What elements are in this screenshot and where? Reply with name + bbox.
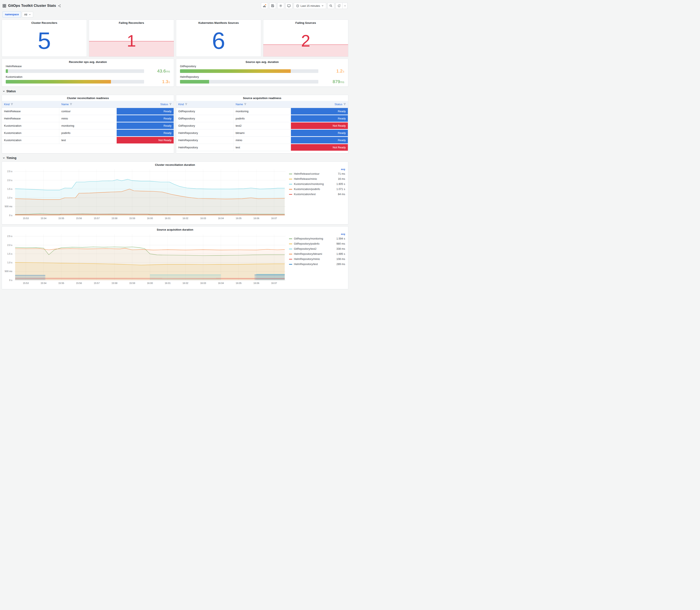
time-range-picker[interactable]: Last 15 minutes	[294, 2, 326, 9]
kind-cell: GitRepository	[176, 108, 233, 115]
svg-text:2.5 s: 2.5 s	[7, 170, 12, 173]
svg-text:15:58: 15:58	[112, 217, 117, 220]
svg-text:1.5 s: 1.5 s	[7, 253, 12, 255]
dashboard-grid-icon[interactable]	[2, 4, 6, 7]
chart-canvas[interactable]: 0 s500 ms1.0 s1.5 s2.0 s2.5 s15:5315:541…	[2, 167, 288, 221]
column-header-status[interactable]: Status	[116, 101, 174, 108]
gauge-row: GitRepository 1.2s	[180, 65, 344, 74]
name-cell: minio	[59, 115, 117, 122]
refresh-interval-dropdown[interactable]	[342, 2, 347, 9]
save-dashboard-button[interactable]	[269, 2, 276, 9]
column-header-kind[interactable]: Kind	[2, 101, 59, 108]
panel-title[interactable]: Source acquisition duration	[2, 227, 348, 232]
chevron-down-icon	[2, 157, 5, 159]
filter-icon[interactable]	[343, 103, 346, 106]
grafana-dashboard: GitOps Toolkit Cluster Stats	[0, 0, 350, 294]
series-color-dash	[289, 259, 292, 259]
svg-text:500 ms: 500 ms	[5, 270, 13, 272]
series-avg-value: 84 ms	[338, 193, 345, 196]
svg-text:16:01: 16:01	[165, 217, 170, 220]
status-badge: Ready	[291, 137, 348, 143]
kind-cell: HelmRepository	[176, 129, 233, 137]
refresh-button[interactable]	[336, 2, 342, 9]
panel-title[interactable]: Cluster reconciliation duration	[2, 162, 348, 167]
chart-canvas[interactable]: 0 s500 ms1.0 s1.5 s2.0 s2.5 s15:5315:541…	[2, 232, 288, 286]
panel-title[interactable]: Failing Sources	[263, 20, 348, 25]
svg-text:16:04: 16:04	[218, 282, 224, 284]
legend-avg-header[interactable]: avg	[289, 232, 345, 236]
name-cell: monitoring	[59, 122, 117, 129]
svg-text:15:53: 15:53	[23, 217, 29, 220]
series-name[interactable]: HelmRelease/contour	[294, 172, 335, 175]
filter-icon[interactable]	[185, 103, 188, 106]
status-cell: Ready	[291, 129, 348, 137]
status-cell: Ready	[291, 108, 348, 115]
chart-legend: avgHelmRelease/contour71 msHelmRelease/m…	[288, 167, 348, 197]
section-timing-toggle[interactable]: Timing	[2, 155, 348, 162]
series-name[interactable]: Kustomization/monitoring	[294, 182, 334, 186]
svg-text:16:03: 16:03	[200, 217, 206, 220]
svg-text:15:53: 15:53	[23, 282, 29, 284]
panel-title[interactable]: Reconciler ops avg. duration	[2, 59, 174, 64]
table-header-row: Kind Name Status	[2, 101, 174, 108]
gauge-row: HelmRepository 879ms	[180, 76, 344, 84]
series-name[interactable]: HelmRepository/minio	[294, 258, 334, 261]
svg-text:16:02: 16:02	[182, 282, 189, 284]
kind-cell: Kustomization	[2, 122, 59, 129]
gauge-label: Kustomization	[6, 76, 170, 78]
svg-text:16:03: 16:03	[200, 282, 206, 284]
time-series-plot[interactable]: 0 s500 ms1.0 s1.5 s2.0 s2.5 s15:5315:541…	[2, 232, 288, 286]
status-badge: Ready	[291, 130, 348, 136]
legend-item: HelmRepository/bitnami1.695 s	[289, 252, 345, 257]
svg-text:16:07: 16:07	[271, 217, 277, 220]
series-name[interactable]: GitRepository/test2	[294, 247, 334, 251]
svg-text:16:02: 16:02	[182, 217, 189, 220]
panel-title[interactable]: Cluster Reconcilers	[2, 20, 87, 25]
gauge-value: 43.6ms	[147, 68, 170, 74]
gauge-track	[6, 69, 144, 73]
svg-text:16:01: 16:01	[165, 282, 170, 284]
filter-icon[interactable]	[244, 103, 246, 106]
column-header-name[interactable]: Name	[233, 101, 291, 108]
panel-title[interactable]: Cluster reconciliation readiness	[2, 95, 174, 100]
series-name[interactable]: HelmRepository/bitnami	[294, 253, 334, 256]
series-name[interactable]: HelmRelease/minio	[294, 177, 335, 180]
status-cell: Not Ready	[291, 122, 348, 129]
svg-text:15:54: 15:54	[40, 217, 47, 220]
gauge-row: Kustomization 1.3s	[6, 76, 170, 84]
zoom-out-button[interactable]	[327, 2, 334, 9]
panel-title[interactable]: Source acquisition readiness	[176, 95, 348, 100]
svg-text:1.0 s: 1.0 s	[7, 261, 12, 264]
panel-title[interactable]: Failing Reconcilers	[89, 20, 174, 25]
series-name[interactable]: Kustomization/podinfo	[294, 188, 334, 191]
add-panel-button[interactable]	[261, 2, 268, 9]
share-icon[interactable]	[58, 4, 61, 7]
stat-panel-cluster-reconcilers: Cluster Reconcilers 5	[2, 19, 87, 57]
column-header-name[interactable]: Name	[59, 101, 117, 108]
section-timing-label: Timing	[6, 156, 16, 160]
table-row: GitRepositorytest2Not Ready	[176, 122, 348, 129]
column-header-kind[interactable]: Kind	[176, 101, 233, 108]
time-series-plot[interactable]: 0 s500 ms1.0 s1.5 s2.0 s2.5 s15:5315:541…	[2, 167, 288, 221]
series-name[interactable]: HelmRepository/test	[294, 263, 334, 266]
series-avg-value: 338 ms	[337, 247, 345, 251]
panel-title[interactable]: Kubernetes Manifests Sources	[176, 20, 261, 25]
name-cell: podinfo	[59, 129, 117, 137]
series-color-dash	[289, 184, 292, 184]
legend-avg-header[interactable]: avg	[289, 167, 345, 171]
series-name[interactable]: GitRepository/podinfo	[294, 242, 334, 245]
tv-mode-button[interactable]	[286, 2, 292, 9]
svg-text:16:00: 16:00	[147, 217, 153, 220]
panel-title[interactable]: Source ops avg. duration	[176, 59, 348, 64]
filter-icon[interactable]	[169, 103, 172, 106]
stats-row: Cluster Reconcilers 5 Failing Reconciler…	[2, 19, 348, 57]
variable-namespace-select[interactable]: All	[22, 12, 33, 17]
series-name[interactable]: Kustomization/test	[294, 193, 335, 196]
column-header-status[interactable]: Status	[291, 101, 348, 108]
dashboard-settings-button[interactable]	[277, 2, 284, 9]
series-name[interactable]: GitRepository/monitoring	[294, 237, 334, 240]
gauge-row: HelmRelease 43.6ms	[6, 65, 170, 74]
filter-icon[interactable]	[11, 103, 13, 106]
section-status-toggle[interactable]: Status	[2, 89, 348, 95]
filter-icon[interactable]	[70, 103, 72, 106]
